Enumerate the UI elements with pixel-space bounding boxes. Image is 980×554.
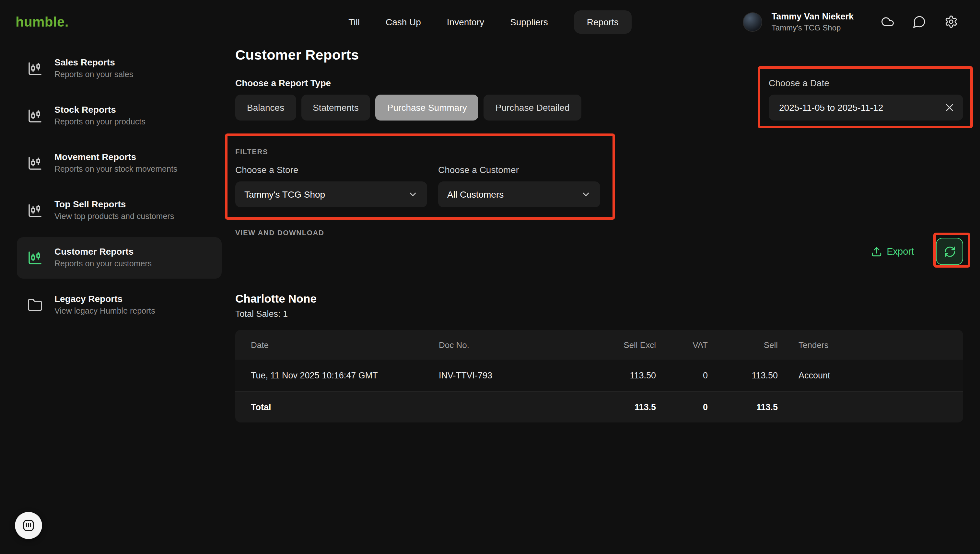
sidebar-item-subtitle: Reports on your sales (54, 70, 133, 80)
sidebar-item-subtitle: View legacy Humble reports (54, 307, 155, 317)
app-root: humble. Till Cash Up Inventory Suppliers… (0, 0, 980, 554)
nav-item-cash-up[interactable]: Cash Up (386, 17, 421, 27)
sidebar-item-top-sell-reports[interactable]: Top Sell Reports View top products and c… (17, 190, 221, 231)
chart-icon (27, 203, 43, 218)
chat-icon[interactable] (913, 15, 926, 29)
chart-icon (27, 250, 43, 266)
humble-logo[interactable]: humble. (16, 14, 69, 30)
customer-name-heading: Charlotte None (235, 292, 963, 306)
gear-icon[interactable] (944, 15, 958, 29)
store-filter-group: Choose a Store Tammy's TCG Shop (235, 165, 427, 207)
report-type-segmented-control: Balances Statements Purchase Summary Pur… (235, 95, 582, 121)
cell-doc-no: INV-TTVI-793 (439, 371, 588, 380)
report-type-group: Choose a Report Type Balances Statements… (235, 78, 582, 121)
customer-filter-label: Choose a Customer (438, 165, 600, 175)
export-label: Export (887, 246, 914, 256)
customer-filter-group: Choose a Customer All Customers (438, 165, 600, 207)
clear-date-icon[interactable] (944, 102, 955, 113)
divider (235, 220, 963, 220)
sidebar-item-customer-reports[interactable]: Customer Reports Reports on your custome… (17, 237, 221, 279)
column-header-sell-excl: Sell Excl (588, 340, 656, 350)
sidebar-item-sales-reports[interactable]: Sales Reports Reports on your sales (17, 48, 221, 89)
nav-item-inventory[interactable]: Inventory (447, 17, 484, 27)
cell-vat: 0 (656, 371, 708, 380)
cell-tenders: Account (778, 371, 948, 380)
store-select[interactable]: Tammy's TCG Shop (235, 181, 427, 207)
cell-sell: 113.50 (708, 371, 778, 380)
total-sales-text: Total Sales: 1 (235, 309, 963, 319)
sidebar: Sales Reports Reports on your sales Stoc… (0, 44, 231, 332)
sidebar-item-title: Stock Reports (54, 104, 145, 116)
table-total-row: Total 113.5 0 113.5 (235, 392, 963, 422)
sidebar-item-subtitle: Reports on your customers (54, 259, 152, 269)
date-range-input[interactable]: 2025-11-05 to 2025-11-12 (769, 95, 963, 121)
user-info[interactable]: Tammy Van Niekerk Tammy's TCG Shop (771, 11, 854, 32)
chart-icon (27, 108, 43, 124)
chart-icon (27, 61, 43, 76)
report-type-purchase-detailed-button[interactable]: Purchase Detailed (484, 95, 582, 121)
divider (235, 138, 963, 139)
customer-select[interactable]: All Customers (438, 181, 600, 207)
sidebar-item-subtitle: View top products and customers (54, 212, 174, 222)
table-row: Tue, 11 Nov 2025 10:16:47 GMT INV-TTVI-7… (235, 360, 963, 392)
column-header-tenders: Tenders (778, 340, 948, 350)
date-filter-label: Choose a Date (769, 78, 963, 88)
top-bar: humble. Till Cash Up Inventory Suppliers… (0, 0, 980, 44)
avatar[interactable] (743, 12, 763, 32)
messenger-icon (21, 518, 36, 533)
view-download-section-label: VIEW AND DOWNLOAD (235, 229, 963, 237)
user-name: Tammy Van Niekerk (771, 11, 854, 22)
total-vat: 0 (656, 403, 708, 412)
date-range-value: 2025-11-05 to 2025-11-12 (779, 102, 944, 113)
chat-launcher-button[interactable] (15, 512, 42, 539)
refresh-button[interactable] (936, 238, 963, 265)
export-button[interactable]: Export (871, 246, 914, 257)
export-upload-icon (871, 246, 882, 257)
chart-icon (27, 156, 43, 171)
report-type-balances-button[interactable]: Balances (235, 95, 296, 121)
page-title: Customer Reports (235, 47, 963, 64)
nav-item-suppliers[interactable]: Suppliers (510, 17, 548, 27)
report-type-purchase-summary-button[interactable]: Purchase Summary (376, 95, 479, 121)
sidebar-item-title: Customer Reports (54, 246, 152, 258)
store-filter-label: Choose a Store (235, 165, 427, 175)
chevron-down-icon (581, 189, 591, 200)
chevron-down-icon (408, 189, 418, 200)
column-header-date: Date (251, 340, 439, 350)
cloud-icon[interactable] (881, 15, 894, 29)
total-label: Total (251, 403, 439, 412)
column-header-vat: VAT (656, 340, 708, 350)
user-store: Tammy's TCG Shop (771, 23, 854, 33)
store-select-value: Tammy's TCG Shop (244, 189, 325, 200)
top-navigation: Till Cash Up Inventory Suppliers Reports (348, 0, 632, 44)
nav-item-till[interactable]: Till (348, 17, 360, 27)
sidebar-item-title: Movement Reports (54, 151, 177, 163)
sidebar-item-title: Sales Reports (54, 57, 133, 68)
customer-report-table: Date Doc No. Sell Excl VAT Sell Tenders … (235, 330, 963, 422)
total-sell-excl: 113.5 (588, 403, 656, 412)
sidebar-item-subtitle: Reports on your stock movements (54, 165, 177, 175)
report-type-label: Choose a Report Type (235, 78, 582, 88)
report-type-statements-button[interactable]: Statements (301, 95, 370, 121)
nav-item-reports[interactable]: Reports (574, 10, 632, 34)
sidebar-item-stock-reports[interactable]: Stock Reports Reports on your products (17, 95, 221, 137)
sidebar-item-legacy-reports[interactable]: Legacy Reports View legacy Humble report… (17, 285, 221, 326)
table-header-row: Date Doc No. Sell Excl VAT Sell Tenders (235, 330, 963, 360)
column-header-doc-no: Doc No. (439, 340, 588, 350)
folder-icon (27, 298, 43, 313)
refresh-icon (943, 245, 956, 258)
main-content: Customer Reports Choose a Report Type Ba… (235, 44, 963, 422)
header-right-cluster: Tammy Van Niekerk Tammy's TCG Shop (743, 11, 958, 32)
sidebar-item-subtitle: Reports on your products (54, 118, 145, 127)
total-sell: 113.5 (708, 403, 778, 412)
sidebar-item-title: Top Sell Reports (54, 199, 174, 210)
cell-sell-excl: 113.50 (588, 371, 656, 380)
sidebar-item-movement-reports[interactable]: Movement Reports Reports on your stock m… (17, 143, 221, 184)
sidebar-item-title: Legacy Reports (54, 293, 155, 305)
date-filter-group: Choose a Date 2025-11-05 to 2025-11-12 (769, 78, 963, 121)
column-header-sell: Sell (708, 340, 778, 350)
filters-section-label: FILTERS (235, 148, 963, 156)
cell-date: Tue, 11 Nov 2025 10:16:47 GMT (251, 371, 439, 380)
customer-select-value: All Customers (447, 189, 504, 200)
